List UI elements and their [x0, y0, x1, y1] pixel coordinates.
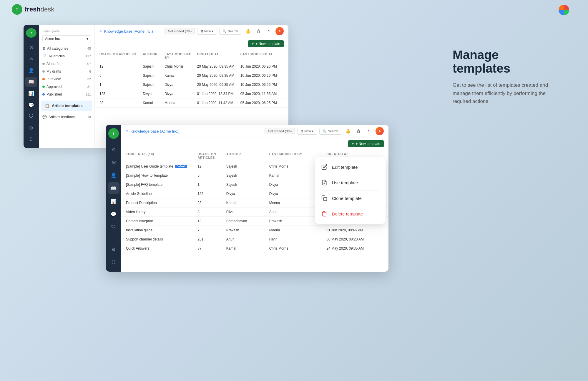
cell-usage: 251	[197, 237, 226, 241]
sidebar-icon-settings[interactable]: ⚙	[25, 123, 37, 133]
nav-item-all-articles[interactable]: 📄 All articles 417	[39, 52, 94, 60]
portal-select-label: Select portal	[39, 28, 94, 34]
bell-icon-back[interactable]: 🔔	[244, 27, 252, 35]
search-button-back[interactable]: 🔍 Search	[219, 28, 241, 35]
cell-author: Divya	[226, 192, 269, 196]
nav-item-published[interactable]: Published 211	[39, 91, 94, 98]
cell-modified-by: Kamal	[165, 73, 197, 78]
back-header-right: Get started (8%) ⊞ New ▾ 🔍 Search 🔔	[165, 27, 284, 35]
cell-author: Sajesh	[226, 173, 269, 178]
default-badge: Default	[175, 165, 187, 168]
sidebar-icon-contacts-f[interactable]: 👤	[108, 169, 119, 181]
cell-modified-by: Divya	[165, 92, 197, 96]
panel-description: Get to see the list of templates created…	[453, 81, 553, 105]
sidebar-icon-mail-f[interactable]: ✉	[108, 156, 119, 168]
get-started-button-front[interactable]: Get started (8%)	[265, 128, 295, 134]
cell-usage: 8	[197, 210, 226, 214]
article-templates-label[interactable]: 📋 Article templates	[45, 103, 89, 108]
file-plus-icon	[321, 179, 328, 186]
cell-usage: 13	[197, 219, 226, 223]
get-started-button-back[interactable]: Get started (8%)	[165, 28, 195, 34]
sidebar-icon-admin-f[interactable]: 🛡	[108, 221, 119, 233]
portal-select[interactable]: Acme Inc. ▾	[42, 35, 91, 42]
cell-created-at: 20 May 2020, 09:35 AM	[197, 64, 240, 68]
new-template-button-front[interactable]: + + New template	[348, 140, 384, 147]
cell-usage: 5	[197, 173, 226, 178]
bell-icon-front[interactable]: 🔔	[344, 127, 352, 135]
menu-item-label: Use template	[332, 180, 358, 185]
sidebar-icon-chat-f[interactable]: 💬	[108, 208, 119, 220]
new-chevron-front: ▾	[312, 129, 314, 133]
table-row[interactable]: 1 Sajesh Divya 20 May 2020, 09:35 AM 10 …	[95, 80, 288, 89]
nav-item-all-drafts[interactable]: All drafts 207	[39, 60, 94, 68]
hamburger-icon-front: ≡	[126, 129, 128, 133]
article-templates-icon: 📋	[45, 103, 49, 108]
table-row[interactable]: Support channel details 251 Arjun Filvin…	[121, 235, 388, 244]
refresh-icon-front[interactable]: ↻	[365, 127, 373, 135]
dot-approved	[42, 86, 45, 88]
table-row[interactable]: 12 Sajesh Chris Morris 20 May 2020, 09:3…	[95, 62, 288, 71]
template-name-text: [Sample] 'How to' template	[126, 173, 168, 178]
context-menu: Edit template Use template Clone templat…	[315, 157, 386, 224]
avatar-front: A	[376, 127, 384, 135]
context-menu-item-edit[interactable]: Edit template	[315, 159, 386, 175]
refresh-icon-back[interactable]: ↻	[265, 27, 273, 35]
context-menu-item-copy[interactable]: Clone template	[315, 190, 386, 206]
cell-usage: 5	[99, 73, 143, 78]
hamburger-icon: ≡	[99, 29, 102, 34]
sidebar-logo-front: f	[108, 128, 119, 139]
cell-modified-at: 10 Jun 2020, 06:26 PM	[240, 73, 284, 78]
nav-item-my-drafts[interactable]: My drafts 6	[39, 68, 94, 75]
search-button-front[interactable]: 🔍 Search	[319, 128, 341, 135]
new-template-button-back[interactable]: + + New template	[248, 40, 284, 47]
sidebar-icon-kb-f[interactable]: 📖	[108, 182, 119, 194]
plus-icon-back: +	[252, 42, 254, 46]
template-name-text: Content blueprint	[126, 219, 153, 223]
trash-icon-back[interactable]: 🗑	[254, 27, 263, 35]
search-icon-back: 🔍	[222, 29, 227, 33]
table-row[interactable]: 5 Sajesh Kamal 20 May 2020, 09:35 AM 10 …	[95, 71, 288, 80]
cell-usage: 7	[197, 228, 226, 232]
cell-modified-by: Divya	[165, 83, 197, 87]
sidebar-icon-kb[interactable]: 📖	[25, 77, 37, 87]
cell-created-at: 30 May 2020, 08:20 AM	[326, 237, 384, 241]
col-usage-back: Usage on Articles	[99, 52, 143, 59]
template-name-text: [Sample] User Guide template	[126, 164, 173, 168]
dot-my-drafts	[42, 70, 45, 73]
new-button-front[interactable]: ⊞ New ▾	[297, 128, 317, 135]
sidebar-icon-apps-f[interactable]: ⠿	[108, 256, 119, 268]
template-name-text: Article Guideline	[126, 192, 152, 196]
table-row[interactable]: 125 Divya Divya 01 Jun 2020, 12:34 PM 05…	[95, 89, 288, 98]
cell-created-at: 20 May 2020, 09:35 AM	[197, 83, 240, 87]
context-menu-item-file-plus[interactable]: Use template	[315, 175, 386, 190]
context-menu-item-trash[interactable]: Delete template	[315, 206, 386, 221]
sidebar-icon-settings-f[interactable]: ⚙	[108, 243, 119, 255]
sidebar-icon-contacts[interactable]: 👤	[25, 65, 37, 76]
articles-icon: 📄	[42, 54, 47, 58]
table-row[interactable]: 23 Kamal Meena 01 Jun 2020, 11:42 AM 05 …	[95, 98, 288, 108]
nav-item-articles-feedback[interactable]: 💬 Articles feedback 18	[39, 113, 94, 121]
sidebar-icon-home[interactable]: ⊙	[25, 42, 37, 53]
cell-author: Kamal	[226, 246, 269, 250]
sidebar-icon-chat[interactable]: 💬	[25, 100, 37, 110]
avatar-back: A	[275, 27, 284, 35]
new-chevron-back: ▾	[212, 29, 214, 33]
back-header-left: ≡ Knowledge base (Acme Inc.)	[99, 29, 153, 34]
app-sidebar-back: f ⊙ ✉ 👤 📖 📊 💬 🛡 ⚙ ⠿	[24, 25, 39, 148]
cell-author: Sajesh	[143, 73, 165, 78]
sidebar-icon-reports-f[interactable]: 📊	[108, 195, 119, 207]
sidebar-icon-apps[interactable]: ⠿	[25, 134, 37, 145]
nav-item-in-review[interactable]: In review 32	[39, 75, 94, 83]
cell-created-at: 20 May 2020, 09:35 AM	[197, 73, 240, 78]
sidebar-icon-home-f[interactable]: ⊙	[108, 143, 119, 155]
sidebar-icon-admin[interactable]: 🛡	[25, 111, 37, 122]
nav-item-all-categories[interactable]: ⊞ All categories 45	[39, 45, 94, 52]
nav-item-approved[interactable]: Approved 31	[39, 83, 94, 91]
new-button-back[interactable]: ⊞ New ▾	[197, 28, 217, 35]
col-author-front: Author	[226, 152, 269, 159]
sidebar-icon-mail[interactable]: ✉	[25, 54, 37, 64]
table-row[interactable]: Quick Answers 87 Kamal Chris Morris 24 M…	[121, 244, 388, 253]
table-row[interactable]: Installation guide 7 Prakash Meena 01 Ju…	[121, 226, 388, 235]
trash-icon-front[interactable]: 🗑	[354, 127, 363, 135]
sidebar-icon-reports[interactable]: 📊	[25, 88, 37, 98]
